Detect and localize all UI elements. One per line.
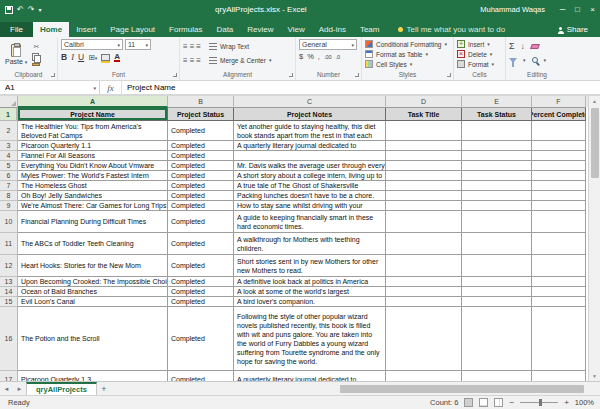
cell-project-status[interactable]: Completed	[168, 211, 234, 233]
column-header-D[interactable]: D	[386, 96, 462, 108]
page-break-view-icon[interactable]	[494, 398, 503, 407]
comma-format-icon[interactable]: ,	[318, 52, 320, 61]
cell-project-name[interactable]: Ocean of Bald Branches	[18, 287, 168, 297]
cell-task-title[interactable]	[386, 151, 462, 161]
cell-project-status[interactable]: Completed	[168, 297, 234, 307]
fx-icon[interactable]: fx	[100, 81, 122, 94]
cell-project-name[interactable]: Flannel For All Seasons	[18, 151, 168, 161]
row-number[interactable]: 12	[0, 255, 18, 277]
underline-button[interactable]: U	[78, 52, 84, 62]
user-name[interactable]: Muhammad Waqas	[480, 5, 545, 14]
cell-project-name[interactable]: The Healthier You: Tips from America's B…	[18, 121, 168, 141]
cell-task-status[interactable]	[462, 151, 532, 161]
conditional-formatting-button[interactable]: Conditional Formatting▾	[365, 39, 450, 49]
tab-review[interactable]: Review	[240, 22, 280, 37]
cell-project-status[interactable]: Completed	[168, 287, 234, 297]
cell-percent-complete[interactable]	[532, 297, 586, 307]
cell-project-status[interactable]: Completed	[168, 201, 234, 211]
select-all-corner[interactable]	[0, 96, 18, 108]
tab-insert[interactable]: Insert	[69, 22, 103, 37]
cell-task-title[interactable]	[386, 191, 462, 201]
cell-project-status[interactable]: Completed	[168, 371, 234, 381]
formula-input[interactable]: Project Name	[122, 81, 600, 94]
cell-task-title[interactable]	[386, 277, 462, 287]
bold-button[interactable]: B	[61, 52, 67, 62]
cell-percent-complete[interactable]	[532, 371, 586, 381]
increase-decimal-icon[interactable]: .00	[324, 54, 332, 60]
cell-task-status[interactable]	[462, 161, 532, 171]
cell-project-notes[interactable]: Following the style of other popular wiz…	[234, 307, 386, 371]
italic-button[interactable]: I	[71, 52, 74, 62]
cell-project-name[interactable]: Financial Planning During Difficult Time…	[18, 211, 168, 233]
merge-center-icon[interactable]	[209, 57, 217, 64]
styles-dialog-launcher[interactable]	[447, 73, 451, 77]
cell-task-title[interactable]	[386, 181, 462, 191]
zoom-slider-thumb[interactable]	[539, 399, 542, 406]
cell-task-status[interactable]	[462, 141, 532, 151]
font-color-icon[interactable]: A	[114, 53, 120, 62]
cell-project-status[interactable]: Completed	[168, 141, 234, 151]
cell-project-notes[interactable]: A guide to keeping financially smart in …	[234, 211, 386, 233]
column-header-C[interactable]: C	[234, 96, 386, 108]
name-box-dropdown-icon[interactable]: ▾	[93, 85, 96, 91]
row-number[interactable]: 6	[0, 171, 18, 181]
font-dialog-launcher[interactable]	[173, 73, 177, 77]
cell-task-status[interactable]	[462, 297, 532, 307]
cell-C1-project-notes[interactable]: Project Notes	[234, 108, 386, 121]
cell-project-status[interactable]: Completed	[168, 307, 234, 371]
row-number[interactable]: 7	[0, 181, 18, 191]
percent-format-icon[interactable]: %	[307, 52, 314, 61]
cell-task-title[interactable]	[386, 121, 462, 141]
cell-task-title[interactable]	[386, 371, 462, 381]
column-header-F[interactable]: F	[532, 96, 586, 108]
cell-project-notes[interactable]: A quarterly literary journal dedicated t…	[234, 371, 386, 381]
row-number[interactable]: 10	[0, 211, 18, 233]
cell-project-notes[interactable]: Short stories sent in by new Mothers for…	[234, 255, 386, 277]
cell-project-notes[interactable]: A walkthrough for Mothers with teething …	[234, 233, 386, 255]
cell-project-name[interactable]: Everything You Didn't Know About Vmware	[18, 161, 168, 171]
wrap-text-icon[interactable]	[209, 43, 217, 50]
cell-task-title[interactable]	[386, 287, 462, 297]
format-cells-button[interactable]: Format▾	[457, 59, 502, 69]
cell-percent-complete[interactable]	[532, 233, 586, 255]
clipboard-dialog-launcher[interactable]	[51, 73, 55, 77]
vertical-scrollbar-thumb[interactable]	[591, 108, 599, 178]
cell-percent-complete[interactable]	[532, 201, 586, 211]
zoom-in-icon[interactable]: +	[564, 398, 569, 407]
cell-task-status[interactable]	[462, 233, 532, 255]
cell-task-title[interactable]	[386, 297, 462, 307]
font-name-select[interactable]: Calibri▾	[61, 39, 123, 50]
alignment-dialog-launcher[interactable]	[289, 73, 293, 77]
cell-task-title[interactable]	[386, 161, 462, 171]
cell-project-name[interactable]: Myles Prower: The World's Fastest Intern	[18, 171, 168, 181]
cell-project-name[interactable]: Upon Becoming Crooked: The Impossible Ch…	[18, 277, 168, 287]
merge-center-label[interactable]: Merge & Center	[220, 57, 266, 64]
scroll-down-icon[interactable]: ▼	[592, 371, 597, 381]
align-center-icon[interactable]: ≡	[190, 56, 194, 65]
cut-icon[interactable]: ✂	[32, 43, 40, 51]
decrease-decimal-icon[interactable]: .0	[336, 54, 341, 60]
cell-project-status[interactable]: Completed	[168, 277, 234, 287]
cell-D1-task-title[interactable]: Task Title	[386, 108, 462, 121]
borders-icon[interactable]: ⊞▾	[88, 53, 97, 62]
cell-task-title[interactable]	[386, 171, 462, 181]
tab-add-ins[interactable]: Add-ins	[312, 22, 353, 37]
sheet-tab-qryallprojects[interactable]: qryAllProjects	[26, 382, 97, 395]
cell-B1-project-status[interactable]: Project Status	[168, 108, 234, 121]
cell-percent-complete[interactable]	[532, 307, 586, 371]
row-number[interactable]: 15	[0, 297, 18, 307]
save-icon[interactable]	[5, 6, 13, 14]
column-header-E[interactable]: E	[462, 96, 532, 108]
cell-project-notes[interactable]: A bird lover's companion.	[234, 297, 386, 307]
cell-project-status[interactable]: Completed	[168, 233, 234, 255]
tab-data[interactable]: Data	[209, 22, 240, 37]
cell-percent-complete[interactable]	[532, 211, 586, 233]
cell-task-status[interactable]	[462, 201, 532, 211]
currency-format-icon[interactable]: $	[299, 52, 303, 61]
cell-task-title[interactable]	[386, 307, 462, 371]
tab-view[interactable]: View	[281, 22, 312, 37]
cell-percent-complete[interactable]	[532, 121, 586, 141]
cell-task-status[interactable]	[462, 277, 532, 287]
fill-color-icon[interactable]	[101, 54, 110, 61]
font-size-select[interactable]: 11▾	[125, 39, 151, 50]
